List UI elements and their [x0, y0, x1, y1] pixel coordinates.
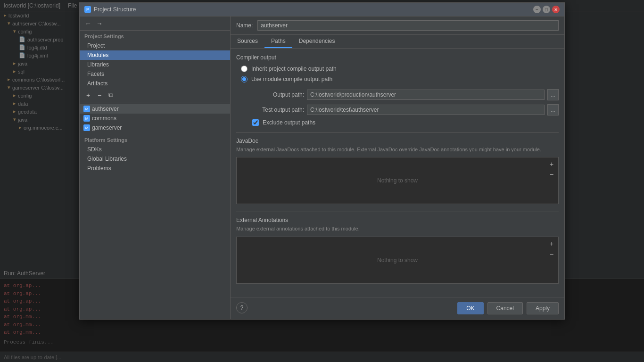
tab-content: Compiler output Inherit project compile …: [231, 49, 564, 297]
javadoc-add-button[interactable]: +: [547, 159, 556, 169]
exclude-label: Exclude output paths: [263, 119, 315, 126]
inherit-radio[interactable]: [241, 66, 248, 72]
javadoc-area: Nothing to show + −: [236, 157, 559, 204]
main-panel: Name: Sources Paths Dependencies: [231, 16, 564, 319]
sidebar-item-artifacts[interactable]: Artifacts: [80, 79, 230, 88]
add-module-button[interactable]: +: [83, 90, 93, 100]
use-module-radio[interactable]: [241, 76, 248, 82]
divider2: [236, 212, 559, 212]
javadoc-header: JavaDoc: [236, 138, 559, 144]
sidebar-item-facets[interactable]: Facets: [80, 69, 230, 79]
module-item-gameserver[interactable]: M gameserver: [80, 123, 230, 132]
output-path-row: Output path: …: [248, 89, 559, 100]
dialog-title-text: Project Structure: [94, 6, 136, 13]
minimize-button[interactable]: −: [533, 6, 541, 13]
annotations-add-button[interactable]: +: [547, 239, 556, 248]
maximize-button[interactable]: □: [543, 6, 550, 13]
exclude-checkbox[interactable]: [252, 119, 259, 126]
inherit-radio-row: Inherit project compile output path: [241, 66, 559, 72]
output-path-browse-button[interactable]: …: [547, 89, 559, 100]
module-toolbar: + − ⧉: [80, 88, 230, 102]
module-icon-authserver: M: [83, 106, 90, 112]
module-item-commons[interactable]: M commons: [80, 114, 230, 123]
module-label-gameserver: gameserver: [92, 124, 122, 131]
help-button[interactable]: ?: [236, 302, 248, 313]
dialog-title-area: P Project Structure: [84, 6, 136, 13]
tabs: Sources Paths Dependencies: [231, 35, 564, 49]
module-icon-gameserver: M: [83, 124, 90, 131]
module-icon-commons: M: [83, 115, 90, 122]
test-output-input[interactable]: [307, 105, 545, 115]
javadoc-title: JavaDoc: [236, 138, 258, 144]
javadoc-section: JavaDoc Manage external JavaDocs attache…: [236, 138, 559, 204]
output-path-label: Output path:: [248, 91, 304, 98]
javadoc-remove-button[interactable]: −: [547, 170, 556, 179]
sidebar-item-project[interactable]: Project: [80, 41, 230, 50]
use-module-radio-label: Use module compile output path: [251, 76, 332, 82]
cancel-button[interactable]: Cancel: [487, 302, 523, 314]
module-list: M authserver M commons M gameserver: [80, 102, 230, 134]
use-module-radio-row: Use module compile output path: [241, 76, 559, 82]
remove-module-button[interactable]: −: [95, 90, 104, 100]
sidebar-item-sdks[interactable]: SDKs: [80, 145, 230, 154]
name-input[interactable]: [257, 20, 559, 31]
test-output-browse-button[interactable]: …: [547, 104, 559, 115]
javadoc-desc: Manage external JavaDocs attached to thi…: [236, 146, 559, 153]
nav-forward-button[interactable]: →: [95, 19, 104, 28]
close-button[interactable]: ✕: [552, 6, 560, 13]
javadoc-actions: + −: [547, 159, 556, 179]
tab-dependencies[interactable]: Dependencies: [292, 35, 342, 48]
copy-module-button[interactable]: ⧉: [106, 90, 116, 100]
apply-button[interactable]: Apply: [527, 302, 559, 314]
module-label-commons: commons: [92, 115, 116, 122]
annotations-area: Nothing to show + −: [236, 237, 559, 284]
ide-background: lostworld [C:\lostworld] File Edit View …: [0, 0, 644, 362]
annotations-actions: + −: [547, 239, 556, 259]
sidebar-item-problems[interactable]: Problems: [80, 164, 230, 173]
annotations-remove-button[interactable]: −: [547, 249, 556, 259]
annotations-header: External Annotations: [236, 217, 559, 223]
javadoc-nothing-text: Nothing to show: [377, 177, 418, 184]
tab-paths[interactable]: Paths: [264, 35, 292, 48]
sidebar-item-global-libraries[interactable]: Global Libraries: [80, 154, 230, 164]
sidebar-item-modules[interactable]: Modules: [80, 50, 230, 60]
left-sidebar: ← → Project Settings Project Modules Lib…: [80, 16, 231, 319]
project-structure-dialog: P Project Structure − □ ✕ ← →: [79, 2, 565, 320]
output-path-input[interactable]: [307, 90, 545, 100]
platform-settings-header: Platform Settings: [80, 134, 230, 145]
ok-button[interactable]: OK: [457, 302, 483, 314]
compiler-radio-group: Inherit project compile output path Use …: [241, 66, 559, 82]
name-label: Name:: [236, 22, 253, 29]
dialog-footer: ? OK Cancel Apply: [231, 297, 564, 319]
annotations-title: External Annotations: [236, 217, 288, 223]
sidebar-item-libraries[interactable]: Libraries: [80, 60, 230, 69]
dialog-title-icon: P: [84, 6, 91, 13]
module-item-authserver[interactable]: M authserver: [80, 104, 230, 114]
compiler-output-title: Compiler output: [236, 54, 559, 61]
sidebar-toolbar: ← →: [80, 16, 230, 31]
annotations-nothing-text: Nothing to show: [377, 257, 418, 263]
nav-back-button[interactable]: ←: [83, 19, 93, 28]
test-output-label: Test output path:: [248, 107, 304, 113]
project-settings-header: Project Settings: [80, 31, 230, 41]
divider1: [236, 132, 559, 133]
exclude-checkbox-row: Exclude output paths: [252, 119, 559, 126]
compiler-output-section: Compiler output Inherit project compile …: [236, 54, 559, 126]
inherit-radio-label: Inherit project compile output path: [251, 66, 337, 72]
dialog-overlay: P Project Structure − □ ✕ ← →: [0, 0, 644, 362]
annotations-section: External Annotations Manage external ann…: [236, 217, 559, 283]
tab-sources[interactable]: Sources: [231, 35, 264, 48]
annotations-desc: Manage external annotations attached to …: [236, 225, 559, 232]
dialog-titlebar: P Project Structure − □ ✕: [80, 3, 564, 16]
dialog-controls: − □ ✕: [533, 6, 560, 13]
dialog-body: ← → Project Settings Project Modules Lib…: [80, 16, 564, 319]
name-row: Name:: [231, 16, 564, 35]
module-label-authserver: authserver: [92, 106, 119, 112]
test-output-path-row: Test output path: …: [248, 104, 559, 115]
